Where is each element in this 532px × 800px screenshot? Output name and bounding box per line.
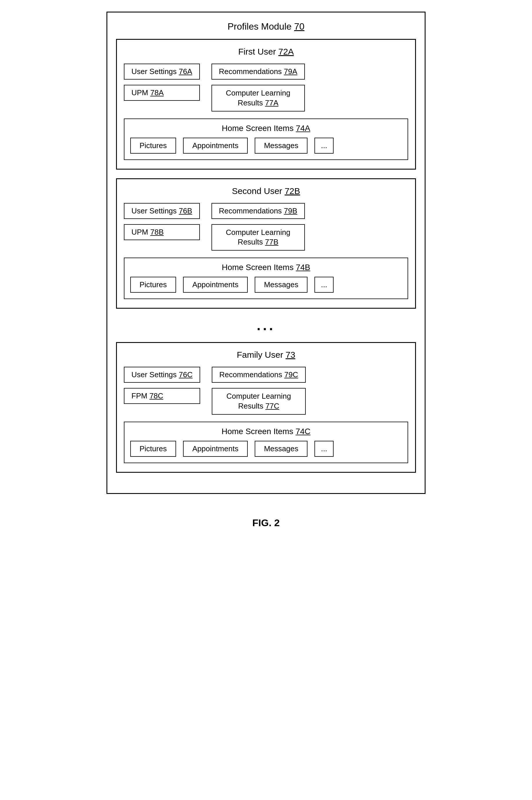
second-user-appointments-label: Appointments: [192, 280, 239, 289]
second-user-pictures-item: Pictures: [130, 277, 176, 293]
second-user-recommendations-ref: 79B: [284, 206, 297, 215]
second-user-cl-line2: Results: [238, 238, 263, 246]
family-user-ellipsis-label: ...: [321, 444, 327, 453]
family-user-fpm-ref: 78C: [149, 392, 163, 400]
first-user-recommendations-label: Recommendations: [219, 67, 282, 76]
family-user-recommendations-ref: 79C: [284, 370, 298, 379]
profiles-module-title: Profiles Module 70: [116, 21, 416, 32]
first-user-recommendations-box: Recommendations 79A: [211, 63, 305, 79]
family-user-home-screen-ref: 74C: [296, 427, 310, 436]
first-user-box: First User 72A User Settings 76A UPM 78A…: [116, 39, 416, 169]
first-user-settings-label: User Settings: [131, 67, 177, 76]
family-user-messages-item: Messages: [255, 441, 308, 457]
family-user-home-screen-title-text: Home Screen Items: [222, 427, 293, 436]
family-user-cl-line2: Results: [238, 402, 263, 410]
family-user-title-text: Family User: [237, 350, 283, 360]
family-user-box: Family User 73 User Settings 76C FPM 78C…: [116, 342, 416, 473]
second-user-home-items-row: Pictures Appointments Messages ...: [130, 277, 402, 293]
first-user-appointments-label: Appointments: [192, 141, 239, 150]
first-user-pictures-label: Pictures: [139, 141, 167, 150]
second-user-settings-left: User Settings 76B UPM 78B: [124, 203, 200, 251]
second-user-settings-box: User Settings 76B: [124, 203, 200, 219]
family-user-settings-ref: 76C: [179, 370, 193, 379]
second-user-cl-ref: 77B: [265, 238, 279, 246]
second-user-upm-box: UPM 78B: [124, 224, 200, 240]
first-user-ellipsis-item: ...: [315, 138, 334, 153]
second-user-home-screen-title-text: Home Screen Items: [222, 263, 293, 272]
second-user-messages-label: Messages: [264, 280, 299, 289]
second-user-box: Second User 72B User Settings 76B UPM 78…: [116, 178, 416, 309]
first-user-cl-line2: Results: [238, 98, 263, 107]
family-user-cl-line1: Computer Learning: [227, 392, 291, 400]
profiles-module-box: Profiles Module 70 First User 72A User S…: [107, 12, 425, 494]
second-user-cl-line1: Computer Learning: [226, 228, 290, 237]
first-user-settings-box: User Settings 76A: [124, 63, 200, 79]
second-user-recommendations-box: Recommendations 79B: [211, 203, 305, 219]
first-user-upm-box: UPM 78A: [124, 85, 200, 101]
first-user-messages-label: Messages: [264, 141, 299, 150]
second-user-computer-learning-box: Computer Learning Results 77B: [211, 224, 305, 251]
second-user-recommendations-label: Recommendations: [219, 206, 282, 215]
first-user-recommendations-ref: 79A: [284, 67, 297, 76]
family-user-appointments-label: Appointments: [192, 444, 239, 453]
first-user-cl-line1: Computer Learning: [226, 89, 290, 97]
middle-ellipsis: ...: [116, 317, 416, 333]
second-user-settings-label: User Settings: [131, 206, 177, 215]
second-user-upm-ref: 78B: [150, 228, 164, 236]
second-user-messages-item: Messages: [255, 277, 308, 293]
first-user-upm-label: UPM: [131, 88, 148, 97]
second-user-settings-ref: 76B: [179, 206, 192, 215]
second-user-settings-right: Recommendations 79B Computer Learning Re…: [211, 203, 305, 251]
second-user-settings-row: User Settings 76B UPM 78B Recommendation…: [124, 203, 408, 251]
first-user-settings-ref: 76A: [179, 67, 192, 76]
first-user-messages-item: Messages: [255, 138, 308, 153]
second-user-pictures-label: Pictures: [139, 280, 167, 289]
family-user-home-items-row: Pictures Appointments Messages ...: [130, 441, 402, 457]
first-user-upm-ref: 78A: [150, 88, 164, 97]
middle-ellipsis-text: ...: [257, 318, 275, 333]
page-container: Profiles Module 70 First User 72A User S…: [107, 12, 425, 528]
second-user-home-screen-ref: 74B: [296, 263, 310, 272]
first-user-title-text: First User: [238, 47, 276, 56]
first-user-home-screen-ref: 74A: [296, 124, 310, 133]
first-user-settings-right: Recommendations 79A Computer Learning Re…: [211, 63, 305, 111]
family-user-recommendations-box: Recommendations 79C: [212, 367, 306, 383]
family-user-settings-right: Recommendations 79C Computer Learning Re…: [212, 367, 306, 415]
fig-label-text: FIG. 2: [252, 517, 280, 528]
profiles-module-title-text: Profiles Module: [227, 21, 291, 32]
first-user-settings-left: User Settings 76A UPM 78A: [124, 63, 200, 111]
second-user-ellipsis-label: ...: [321, 280, 327, 289]
family-user-cl-ref: 77C: [265, 402, 279, 410]
family-user-settings-box: User Settings 76C: [124, 367, 200, 383]
first-user-computer-learning-box: Computer Learning Results 77A: [211, 85, 305, 111]
fig-caption: FIG. 2: [252, 517, 280, 528]
family-user-recommendations-label: Recommendations: [219, 370, 282, 379]
first-user-settings-row: User Settings 76A UPM 78A Recommendation…: [124, 63, 408, 111]
family-user-home-screen-title: Home Screen Items 74C: [130, 427, 402, 436]
first-user-home-screen-title: Home Screen Items 74A: [130, 124, 402, 133]
family-user-title-ref: 73: [285, 350, 295, 360]
second-user-upm-label: UPM: [131, 228, 148, 236]
first-user-home-screen-title-text: Home Screen Items: [222, 124, 293, 133]
family-user-fpm-label: FPM: [131, 392, 147, 400]
second-user-home-screen-title: Home Screen Items 74B: [130, 263, 402, 272]
family-user-fpm-box: FPM 78C: [124, 388, 200, 404]
family-user-settings-label: User Settings: [131, 370, 177, 379]
first-user-home-screen-box: Home Screen Items 74A Pictures Appointme…: [124, 119, 408, 160]
first-user-appointments-item: Appointments: [183, 138, 248, 153]
first-user-pictures-item: Pictures: [130, 138, 176, 153]
first-user-home-items-row: Pictures Appointments Messages ...: [130, 138, 402, 153]
family-user-pictures-label: Pictures: [139, 444, 167, 453]
family-user-pictures-item: Pictures: [130, 441, 176, 457]
second-user-title-ref: 72B: [285, 186, 300, 196]
second-user-ellipsis-item: ...: [315, 277, 334, 293]
first-user-cl-ref: 77A: [265, 98, 279, 107]
first-user-ellipsis-label: ...: [321, 141, 327, 150]
second-user-appointments-item: Appointments: [183, 277, 248, 293]
family-user-computer-learning-box: Computer Learning Results 77C: [212, 388, 306, 415]
family-user-ellipsis-item: ...: [315, 441, 334, 457]
profiles-module-title-ref: 70: [294, 21, 305, 32]
family-user-settings-left: User Settings 76C FPM 78C: [124, 367, 200, 415]
second-user-home-screen-box: Home Screen Items 74B Pictures Appointme…: [124, 258, 408, 299]
first-user-title-ref: 72A: [278, 47, 293, 56]
